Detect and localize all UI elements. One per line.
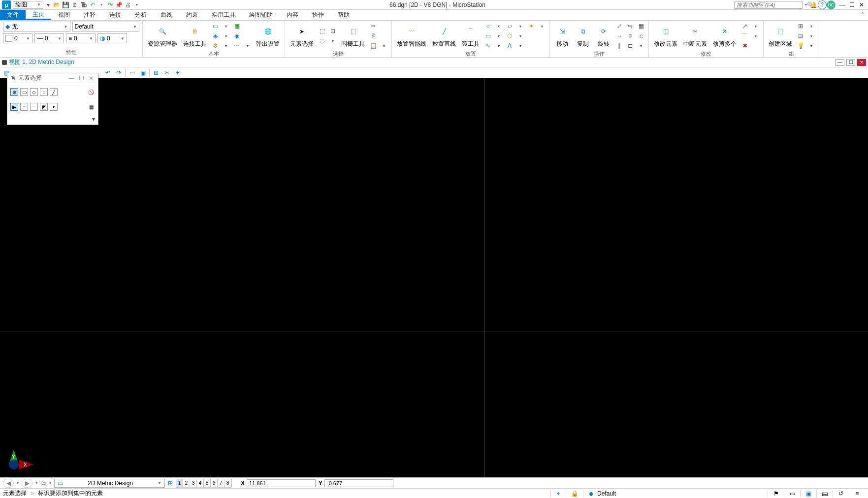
model-combo[interactable]: ▭ 2D Metric Design ▼ — [54, 479, 165, 488]
stretch-icon[interactable]: ↔ — [615, 31, 624, 40]
mode-invert-icon[interactable]: ◩ — [40, 103, 48, 111]
nav-history-icon[interactable]: 🗂 — [40, 480, 46, 487]
tab-content[interactable]: 内容 — [280, 10, 305, 20]
group-icon[interactable]: ⊞ — [796, 22, 805, 31]
tab-analyze[interactable]: 分析 — [128, 10, 154, 20]
create-region-button[interactable]: ⬚ 创建区域 — [767, 24, 794, 48]
arc-button[interactable]: ⌒ 弧工具 — [460, 24, 482, 48]
view-minimize-button[interactable]: — — [836, 59, 844, 66]
ribbon-search[interactable]: 🔍 — [734, 1, 803, 9]
polygon-icon[interactable]: ▱ — [505, 22, 514, 31]
notification-bell-icon[interactable]: 🔔 — [809, 0, 818, 9]
view-button-6[interactable]: 6 — [211, 479, 218, 487]
circle-icon[interactable]: ○ — [483, 22, 492, 31]
tab-utilities[interactable]: 实用工具 — [205, 10, 242, 20]
undo-view-icon[interactable]: ↶ — [103, 68, 112, 77]
design-history-segment[interactable]: ↺ — [833, 490, 849, 498]
dropdown-arrow-icon[interactable]: ▾ — [538, 22, 547, 31]
properties-icon[interactable]: ⚙ — [211, 41, 220, 50]
curve-icon[interactable]: ∿ — [483, 41, 492, 50]
tab-connect[interactable]: 连接 — [102, 10, 128, 20]
view-button-3[interactable]: 3 — [190, 479, 197, 487]
dropdown-arrow-icon[interactable]: ▾ — [494, 31, 503, 40]
view-close-button[interactable]: ✕ — [857, 59, 866, 66]
undo-icon[interactable]: ↶ — [89, 1, 96, 9]
select-by-attr-icon[interactable]: ⊡ — [328, 27, 337, 35]
mode-new-icon[interactable]: ▶ — [10, 103, 18, 111]
lineweight-combo[interactable]: ≡ 0 ▼ — [66, 33, 96, 43]
qat-workflow-combo[interactable]: 绘图 ▼ — [13, 1, 43, 9]
pin-icon[interactable]: 📌 — [115, 1, 123, 9]
dropdown-arrow-icon[interactable]: ▾ — [494, 41, 503, 50]
point-icon[interactable]: ✦ — [527, 22, 536, 31]
ribbon-collapse-icon[interactable]: ˄ — [857, 10, 868, 20]
qat-customize-icon[interactable]: ▾ — [133, 1, 141, 9]
smartline-button[interactable]: 〰 放置智能线 — [395, 24, 428, 48]
select-handles-icon[interactable]: ▦ — [87, 103, 95, 111]
view-button-1[interactable]: 1 — [176, 479, 183, 487]
references-icon[interactable]: ▦ — [232, 22, 241, 31]
dropdown-arrow-icon[interactable]: ▾ — [243, 41, 252, 50]
select-dropdown-icon[interactable]: ▾ — [328, 36, 337, 45]
snap-mode-segment[interactable]: ⌖ — [550, 490, 567, 498]
ribbon-search-input[interactable] — [735, 2, 807, 8]
tab-drawing-aid[interactable]: 绘图辅助 — [242, 10, 280, 20]
copy-icon[interactable]: ⎘ — [369, 31, 378, 40]
mode-clear-icon[interactable]: ✦ — [50, 103, 58, 111]
save-settings-icon[interactable]: 🗎 — [71, 1, 79, 9]
transparency-combo[interactable]: ◑ 0 ▼ — [97, 33, 127, 43]
tab-home[interactable]: 主页 — [26, 10, 51, 20]
dropdown-arrow-icon[interactable]: ▾ — [516, 31, 525, 40]
dropdown-arrow-icon[interactable]: ▾ — [807, 22, 816, 31]
color-combo[interactable]: 0 ▼ — [3, 33, 32, 43]
popup-settings-button[interactable]: 🌐 弹出设置 — [254, 24, 282, 48]
select-block-icon[interactable]: ▭ — [20, 88, 28, 96]
explorer-button[interactable]: 🔍 资源管理器 — [146, 24, 179, 48]
mode-add-icon[interactable]: ＋ — [20, 103, 28, 111]
linestyle-combo[interactable]: — 0 ▼ — [34, 33, 64, 43]
select-none-icon[interactable]: ◌ — [318, 36, 326, 45]
tool-settings-panel[interactable]: 🖱 元素选择 — ☐ ✕ ⊕ ▭ ◇ ○ ╱ 🚫 ▶ ＋ － ◩ ✦ ▦ ▾ — [7, 73, 98, 125]
clip-mask-icon[interactable]: ✦ — [173, 68, 182, 77]
align-icon[interactable]: ≡ — [626, 31, 635, 40]
close-button[interactable]: ✕ — [858, 1, 865, 8]
save-icon[interactable]: 💾 — [62, 1, 70, 9]
panel-maximize-button[interactable]: ☐ — [77, 75, 85, 82]
dropdown-arrow-icon[interactable]: ▾ — [222, 41, 230, 50]
dropdown-arrow-icon[interactable]: ▾ — [516, 22, 525, 31]
ungroup-icon[interactable]: ⊟ — [796, 31, 805, 40]
cell-icon[interactable]: ⬡ — [505, 31, 514, 40]
view-button-2[interactable]: 2 — [183, 479, 190, 487]
tab-constraint[interactable]: 约束 — [179, 10, 205, 20]
models-icon[interactable]: ▭ — [211, 22, 220, 31]
tab-view[interactable]: 视图 — [51, 10, 77, 20]
select-shape-icon[interactable]: ◇ — [30, 88, 38, 96]
manip-dropdown-icon[interactable]: ▾ — [637, 41, 645, 50]
dropdown-arrow-icon[interactable]: ▾ — [751, 31, 760, 40]
select-disable-icon[interactable]: 🚫 — [87, 88, 95, 96]
block-icon[interactable]: ▭ — [483, 31, 492, 40]
more-icon[interactable]: ⋯ — [232, 41, 241, 50]
delete-icon[interactable]: ✖ — [740, 41, 749, 50]
coord-x-input[interactable] — [247, 479, 316, 487]
tab-annotate[interactable]: 注释 — [77, 10, 102, 20]
select-all-icon[interactable]: ⬚ — [318, 27, 326, 35]
dropdown-arrow-icon[interactable]: ▾ — [807, 31, 816, 40]
dropdown-arrow-icon[interactable]: ▾ — [222, 22, 230, 31]
window-area-icon[interactable]: ▣ — [138, 68, 147, 77]
file-changed-segment[interactable]: 🖴 — [816, 490, 833, 498]
rotate-button[interactable]: ⟳ 旋转 — [594, 24, 613, 48]
view-button-5[interactable]: 5 — [204, 479, 211, 487]
active-level-segment[interactable]: ◆Default — [583, 490, 620, 498]
dropdown-arrow-icon[interactable]: ▾ — [751, 22, 760, 31]
mode-subtract-icon[interactable]: － — [30, 103, 38, 111]
level-combo[interactable]: ◆ 无 ▼ — [3, 22, 70, 31]
array-icon[interactable]: ▦ — [637, 22, 645, 31]
connect-button[interactable]: 🗎 连接工具 — [181, 24, 209, 48]
template-combo[interactable]: Default ▼ — [72, 22, 140, 31]
move-to-contact-icon[interactable]: ⊏ — [626, 41, 635, 50]
cut-icon[interactable]: ✂ — [369, 22, 378, 31]
extend-icon[interactable]: ↗ — [740, 22, 749, 31]
mirror-icon[interactable]: ⇋ — [626, 22, 635, 31]
dropdown-arrow-icon[interactable]: ▾ — [222, 31, 230, 40]
